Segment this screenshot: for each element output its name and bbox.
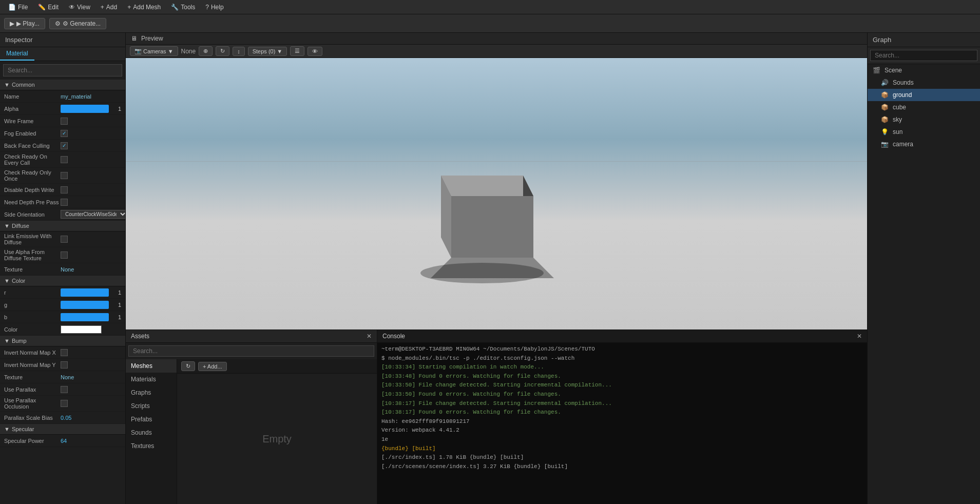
move-button[interactable]: ⊕: [199, 46, 213, 56]
inspector-search-input[interactable]: [3, 64, 122, 76]
back-face-culling-checkbox[interactable]: [61, 142, 68, 149]
assets-nav-sounds[interactable]: Sounds: [126, 426, 177, 439]
assets-nav-textures[interactable]: Textures: [126, 439, 177, 453]
file-icon: 📄: [8, 4, 16, 11]
chevron-down-icon: ▼: [277, 48, 282, 54]
section-common[interactable]: ▼ Common: [0, 80, 125, 90]
assets-refresh-button[interactable]: ↻: [181, 361, 195, 371]
menu-bar: 📄 File ✏️ Edit 👁 View + Add + Add Mesh 🔧…: [0, 0, 980, 14]
graph-item-sky[interactable]: 📦sky: [868, 113, 980, 126]
close-icon[interactable]: ✕: [367, 333, 372, 340]
scene-icon: 🎬: [873, 67, 880, 74]
console-line: [10:33:50] Found 0 errors. Watching for …: [381, 390, 863, 399]
chevron-down-icon: ▼: [168, 48, 174, 54]
fog-enabled-checkbox[interactable]: [61, 130, 68, 137]
console-line: Version: webpack 4.41.2: [381, 426, 863, 435]
menu-tools[interactable]: 🔧 Tools: [167, 3, 199, 12]
cameras-button[interactable]: 📷 Cameras ▼: [130, 46, 178, 56]
inspector-tabs: Material: [0, 47, 125, 61]
menu-view[interactable]: 👁 View: [65, 3, 94, 12]
use-parallax-checkbox[interactable]: [61, 386, 68, 393]
b-slider[interactable]: [61, 313, 109, 321]
wireframe-checkbox[interactable]: [61, 118, 68, 125]
graph-item-sounds[interactable]: 🔊Sounds: [868, 76, 980, 89]
generate-button[interactable]: ⚙ ⚙ Generate...: [49, 18, 106, 29]
assets-nav-scripts[interactable]: Scripts: [126, 399, 177, 413]
graph-item-label: Sounds: [893, 79, 914, 86]
assets-nav-materials[interactable]: Materials: [126, 373, 177, 386]
scale-button[interactable]: ↕: [233, 47, 245, 56]
assets-nav-meshes[interactable]: Meshes: [126, 359, 177, 373]
menu-button[interactable]: ☰: [290, 46, 304, 56]
graph-panel: Graph 🎬Scene🔊Sounds📦ground📦cube📦sky💡sun📷…: [867, 33, 980, 504]
rotate-button[interactable]: ↻: [216, 46, 229, 56]
assets-search-input[interactable]: [128, 345, 374, 357]
assets-search-wrapper: [126, 343, 377, 359]
camera-icon: 📷: [881, 141, 889, 148]
menu-add-mesh[interactable]: + Add Mesh: [123, 3, 165, 12]
prop-color-g: g 1: [0, 299, 125, 311]
section-bump[interactable]: ▼ Bump: [0, 336, 125, 346]
assets-empty: Empty: [177, 374, 377, 504]
alpha-slider[interactable]: [61, 105, 109, 113]
prop-use-alpha-diffuse: Use Alpha From Diffuse Texture: [0, 247, 125, 263]
menu-file[interactable]: 📄 File: [4, 3, 32, 12]
bottom-center: Assets ✕ Meshes Materials: [126, 329, 867, 504]
assets-panel: Assets ✕ Meshes Materials: [126, 330, 377, 504]
assets-nav-prefabs[interactable]: Prefabs: [126, 413, 177, 426]
play-icon: ▶: [10, 20, 14, 27]
section-color[interactable]: ▼ Color: [0, 276, 125, 286]
invert-normal-x-checkbox[interactable]: [61, 349, 68, 356]
prop-fog-enabled: Fog Enabled: [0, 127, 125, 140]
invert-normal-y-checkbox[interactable]: [61, 361, 68, 369]
prop-side-orientation: Side Orientation CounterClockWiseSideOri…: [0, 208, 125, 221]
g-slider[interactable]: [61, 301, 109, 309]
graph-item-label: cube: [893, 104, 906, 111]
main-area: Inspector Material ▼ Common Name my_mate…: [0, 33, 980, 504]
preview-toolbar: 📷 Cameras ▼ None ⊕ ↻ ↕ Steps (0) ▼ ☰ 👁: [126, 45, 867, 58]
side-orientation-select[interactable]: CounterClockWiseSideOrient: [61, 210, 125, 219]
help-icon: ?: [205, 4, 209, 11]
graph-item-cube[interactable]: 📦cube: [868, 101, 980, 113]
console-output[interactable]: ~term@DESKTOP-T3AEBRD MINGW64 ~/Document…: [377, 343, 867, 504]
menu-add[interactable]: + Add: [97, 3, 121, 12]
console-line: [10:33:34] Starting compilation in watch…: [381, 363, 863, 372]
assets-add-button[interactable]: + Add...: [198, 362, 227, 371]
section-specular[interactable]: ▼ Specular: [0, 424, 125, 435]
graph-item-label: sun: [893, 128, 902, 135]
link-emissive-checkbox[interactable]: [61, 236, 68, 243]
use-alpha-diffuse-checkbox[interactable]: [61, 251, 68, 259]
console-line: 1e: [381, 435, 863, 444]
graph-item-ground[interactable]: 📦ground: [868, 89, 980, 101]
graph-item-label: ground: [893, 91, 912, 99]
need-depth-pre-pass-checkbox[interactable]: [61, 199, 68, 206]
disable-depth-write-checkbox[interactable]: [61, 186, 68, 193]
graph-item-scene[interactable]: 🎬Scene: [868, 64, 980, 76]
close-icon[interactable]: ✕: [857, 333, 862, 340]
assets-nav-graphs[interactable]: Graphs: [126, 386, 177, 399]
console-line: $ node_modules/.bin/tsc -p ./editor.tsco…: [381, 354, 863, 363]
inspector-search-wrapper: [0, 61, 125, 80]
section-diffuse[interactable]: ▼ Diffuse: [0, 221, 125, 231]
check-ready-every-checkbox[interactable]: [61, 156, 68, 163]
graph-item-camera[interactable]: 📷camera: [868, 138, 980, 150]
prop-check-ready-every: Check Ready On Every Call: [0, 152, 125, 168]
graph-item-sun[interactable]: 💡sun: [868, 126, 980, 138]
tab-material[interactable]: Material: [0, 47, 34, 61]
tools-icon: 🔧: [171, 4, 179, 11]
color-swatch[interactable]: [61, 325, 102, 334]
steps-button[interactable]: Steps (0) ▼: [248, 47, 287, 56]
visibility-button[interactable]: 👁: [308, 47, 322, 56]
r-slider[interactable]: [61, 288, 109, 297]
use-parallax-occlusion-checkbox[interactable]: [61, 400, 68, 407]
menu-help[interactable]: ? Help: [201, 3, 227, 12]
play-button[interactable]: ▶ ▶ Play...: [4, 18, 45, 29]
inspector-scroll[interactable]: ▼ Common Name my_material Alpha 1 Wire: [0, 80, 125, 504]
menu-edit[interactable]: ✏️ Edit: [34, 3, 63, 12]
graph-search-input[interactable]: [870, 50, 977, 61]
assets-content-toolbar: ↻ + Add...: [177, 359, 377, 374]
check-ready-once-checkbox[interactable]: [61, 172, 68, 179]
center-area: 🖥 Preview 📷 Cameras ▼ None ⊕ ↻ ↕ Steps (…: [126, 33, 867, 504]
console-line: [./src/scenes/scene/index.ts] 3.27 KiB {…: [381, 462, 863, 472]
console-title: Console: [382, 333, 405, 340]
